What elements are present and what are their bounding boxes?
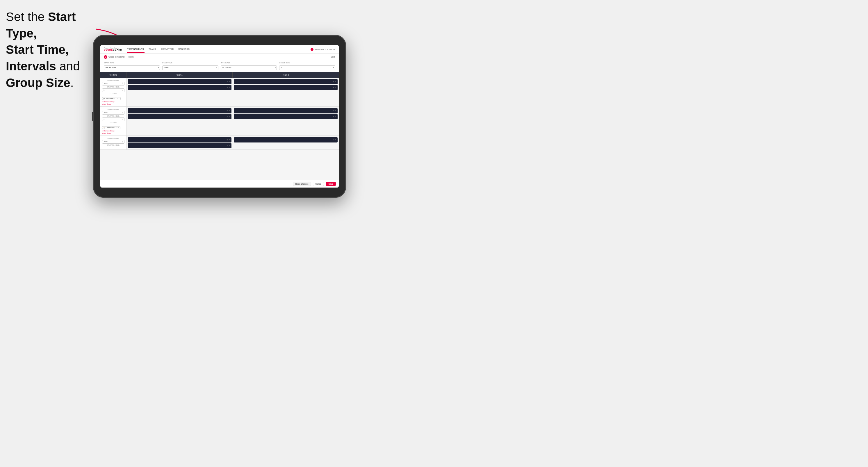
intervals-select[interactable]: 10 Minutes 8 Minutes xyxy=(221,65,277,70)
slot-x-icon[interactable]: ✕ xyxy=(333,139,334,141)
slot-edit-icon[interactable]: ✎ xyxy=(335,110,336,112)
slot-edit-icon[interactable]: ✎ xyxy=(229,86,230,88)
start-type-group: Start Type 1st Tee Start Shotgun Start xyxy=(104,62,160,70)
user-avatar-dot xyxy=(311,48,313,51)
add-group-link-2[interactable]: + Add Group xyxy=(102,132,124,134)
slot-x-icon[interactable]: ✕ xyxy=(226,86,228,88)
slot-edit-icon[interactable]: ✎ xyxy=(229,81,230,83)
spinner-icon-2: ⬍ xyxy=(122,118,124,120)
course-remove-1[interactable]: ✕ xyxy=(117,98,118,99)
starting-hole-label-1: STARTING HOLE: xyxy=(102,86,124,88)
intervals-group: Intervals 10 Minutes 8 Minutes xyxy=(221,62,277,70)
nav-bar: Powered by clipp... SCOREBOARD TOURNAMEN… xyxy=(100,45,339,54)
course-label-2: COURSE: xyxy=(102,122,124,124)
slot-x-icon[interactable]: ✕ xyxy=(226,145,228,147)
clippd-logo-icon: C xyxy=(104,55,107,59)
course-remove-2[interactable]: ✕ xyxy=(116,127,118,128)
slot-edit-icon[interactable]: ✎ xyxy=(335,86,336,88)
start-type-label: Start Type xyxy=(104,62,160,64)
remove-group-link-1[interactable]: ○ Remove Group xyxy=(102,101,124,103)
table-header: Tee Time Team 1 Team 2 xyxy=(100,72,339,78)
group-3-team2: ✕ ✎ xyxy=(232,136,339,150)
col-team2: Team 2 xyxy=(232,72,339,77)
course-edit-1[interactable]: ⬍ xyxy=(118,98,120,99)
group-size-label: Group Size xyxy=(279,62,335,64)
starting-time-label-1: STARTING TIME: xyxy=(102,80,124,81)
start-type-select[interactable]: 1st Tee Start Shotgun Start xyxy=(104,65,160,70)
app-logo: Powered by clipp... SCOREBOARD xyxy=(104,48,122,51)
intervals-select-wrapper: 10 Minutes 8 Minutes xyxy=(221,64,277,70)
group-row-3: STARTING TIME: ⏱ STARTING HOLE: ✕ ✎ ✕ ✎ xyxy=(100,136,339,150)
settings-row: Start Type 1st Tee Start Shotgun Start S… xyxy=(100,60,339,72)
group-row-2: STARTING TIME: ⏱ STARTING HOLE: ⬍ COURSE… xyxy=(100,107,339,136)
nav-tabs: TOURNAMENTS TEAMS COMMITTEE RANKINGS xyxy=(127,45,311,53)
group-row-1: STARTING TIME: ⏱ STARTING HOLE: ⬍ COURSE… xyxy=(100,78,339,107)
tablet-screen: Powered by clipp... SCOREBOARD TOURNAMEN… xyxy=(100,45,339,188)
group-2-team1: ✕ ✎ ✕ ✎ xyxy=(126,107,232,135)
group-2-team2: ✕ ✎ ✕ ✎ xyxy=(232,107,339,135)
nav-tab-rankings[interactable]: RANKINGS xyxy=(178,45,190,53)
save-button[interactable]: Save xyxy=(326,182,336,186)
slot-edit-icon[interactable]: ✎ xyxy=(335,81,336,83)
spinner-icon-1: ⬍ xyxy=(122,89,124,91)
slot-x-icon[interactable]: ✕ xyxy=(333,86,334,88)
starting-time-input-wrapper-2: ⏱ xyxy=(102,111,124,115)
nav-tab-tournaments[interactable]: TOURNAMENTS xyxy=(127,45,145,53)
slot-edit-icon[interactable]: ✎ xyxy=(229,116,230,118)
breadcrumb-bar: C Clippd Invitational › Hosting ‹ Back xyxy=(100,54,339,60)
starting-time-input-1[interactable] xyxy=(102,82,124,86)
starting-hole-input-1[interactable] xyxy=(102,88,124,92)
team1-slot-1-row1: ✕ ✎ xyxy=(128,79,231,84)
starting-hole-input-2[interactable] xyxy=(102,118,124,121)
group-1-left: STARTING TIME: ⏱ STARTING HOLE: ⬍ COURSE… xyxy=(100,78,126,106)
cancel-button[interactable]: Cancel xyxy=(313,182,324,186)
starting-time-input-2[interactable] xyxy=(102,111,124,115)
group-3-left: STARTING TIME: ⏱ STARTING HOLE: xyxy=(100,136,126,150)
nav-tab-teams[interactable]: TEAMS xyxy=(148,45,157,53)
group-1-team2: ✕ ✎ ✕ ✎ xyxy=(232,78,339,106)
slot-x-icon[interactable]: ✕ xyxy=(226,110,228,112)
add-group-link-1[interactable]: + Add Group xyxy=(102,103,124,105)
starting-time-input-3[interactable] xyxy=(102,140,124,144)
starting-time-label-3: STARTING TIME: xyxy=(102,137,124,139)
sign-out-link[interactable]: Sign out xyxy=(329,49,335,50)
team2-slot-1-row3: ✕ ✎ xyxy=(234,137,338,143)
slot-x-icon[interactable]: ✕ xyxy=(226,81,228,83)
slot-edit-icon[interactable]: ✎ xyxy=(335,139,336,141)
bold-group-size: Group Size xyxy=(6,76,70,90)
group-size-select[interactable]: 3 4 xyxy=(279,65,335,70)
nav-tab-committee[interactable]: COMMITTEE xyxy=(160,45,175,53)
user-email: blair@clippd.io xyxy=(315,49,326,50)
team1-slot-1-row3: ✕ ✎ xyxy=(128,137,231,143)
team1-slot-2-row2: ✕ ✎ xyxy=(128,114,231,119)
back-button[interactable]: ‹ Back xyxy=(330,56,335,58)
course-name-text-2: 🏌 East Lake GC xyxy=(103,127,116,128)
course-tag-2: 🏌 East Lake GC ✕ ⬍ xyxy=(102,124,124,129)
slot-edit-icon[interactable]: ✎ xyxy=(229,145,230,147)
time-icon-3: ⏱ xyxy=(122,141,124,143)
group-size-group: Group Size 3 4 xyxy=(279,62,335,70)
group-3-team1: ✕ ✎ ✕ ✎ xyxy=(126,136,232,150)
course-name-text-1: (A) Peachtree GC xyxy=(103,98,116,99)
breadcrumb: C Clippd Invitational › Hosting xyxy=(104,55,134,59)
slot-edit-icon[interactable]: ✎ xyxy=(229,110,230,112)
course-edit-2[interactable]: ⬍ xyxy=(118,127,119,128)
slot-x-icon[interactable]: ✕ xyxy=(226,139,228,141)
start-time-select[interactable]: 10:00 xyxy=(162,65,218,70)
course-label-1: COURSE: xyxy=(102,93,124,94)
remove-group-link-2[interactable]: ○ Remove Group xyxy=(102,130,124,132)
slot-x-icon[interactable]: ✕ xyxy=(333,116,334,118)
logo-text: SCOREBOARD xyxy=(104,49,122,51)
team1-slot-2-row1: ✕ ✎ xyxy=(128,85,231,90)
reset-changes-button[interactable]: Reset Changes xyxy=(293,182,311,186)
slot-edit-icon[interactable]: ✎ xyxy=(335,116,336,118)
nav-user: blair@clippd.io | Sign out xyxy=(311,48,335,51)
slot-x-icon[interactable]: ✕ xyxy=(333,81,334,83)
time-icon-2: ⏱ xyxy=(122,112,124,114)
slot-edit-icon[interactable]: ✎ xyxy=(229,139,230,141)
slot-x-icon[interactable]: ✕ xyxy=(226,116,228,118)
course-name-tag-1: (A) Peachtree GC ✕ ⬍ xyxy=(102,97,121,100)
slot-x-icon[interactable]: ✕ xyxy=(333,110,334,112)
team2-slot-2-row1: ✕ ✎ xyxy=(234,85,338,90)
tablet-frame: Powered by clipp... SCOREBOARD TOURNAMEN… xyxy=(93,35,346,198)
